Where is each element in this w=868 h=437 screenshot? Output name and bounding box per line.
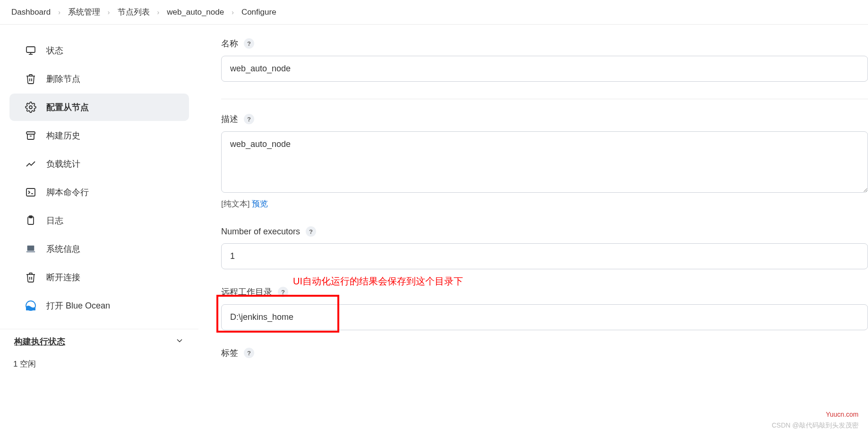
sidebar-item-label: 配置从节点 bbox=[46, 102, 89, 113]
archive-icon bbox=[25, 129, 37, 142]
svg-point-3 bbox=[29, 106, 32, 109]
breadcrumb-item[interactable]: web_auto_node bbox=[167, 8, 224, 17]
sidebar-item-configure[interactable]: 配置从节点 bbox=[9, 94, 189, 121]
monitor-icon bbox=[25, 44, 37, 57]
build-executor-title: 构建执行状态 bbox=[14, 336, 65, 347]
trash-icon bbox=[25, 73, 37, 85]
preview-link[interactable]: 预览 bbox=[252, 199, 268, 208]
watermark-site: Yuucn.com bbox=[772, 409, 859, 413]
name-label: 名称 bbox=[221, 38, 238, 49]
help-icon[interactable]: ? bbox=[244, 38, 254, 49]
main-content: 名称 ? 描述 ? [纯文本] 预览 Number of executors ?… bbox=[198, 25, 868, 413]
watermarks: Yuucn.com CSDN @敲代码敲到头发茂密 bbox=[772, 409, 859, 413]
chevron-right-icon: › bbox=[108, 9, 110, 16]
svg-rect-11 bbox=[26, 251, 35, 253]
breadcrumb-item[interactable]: Dashboard bbox=[11, 8, 51, 17]
sidebar-item-label: 日志 bbox=[46, 215, 63, 226]
sidebar-item-system-info[interactable]: 系统信息 bbox=[9, 235, 189, 263]
sidebar-item-load-stats[interactable]: 负载统计 bbox=[9, 150, 189, 178]
sidebar-item-disconnect[interactable]: 断开连接 bbox=[9, 264, 189, 291]
computer-icon bbox=[25, 243, 37, 255]
sidebar-item-script-console[interactable]: 脚本命令行 bbox=[9, 179, 189, 206]
sidebar-item-label: 打开 Blue Ocean bbox=[46, 300, 110, 311]
chevron-down-icon bbox=[175, 336, 184, 347]
svg-rect-10 bbox=[27, 246, 34, 251]
svg-rect-6 bbox=[26, 189, 35, 196]
terminal-icon bbox=[25, 186, 37, 198]
sidebar-item-build-history[interactable]: 构建历史 bbox=[9, 122, 189, 149]
name-input[interactable] bbox=[221, 56, 868, 82]
activity-icon bbox=[25, 158, 37, 170]
sidebar-item-label: 系统信息 bbox=[46, 243, 80, 255]
sidebar-item-label: 删除节点 bbox=[46, 73, 80, 85]
annotation-text: UI自动化运行的结果会保存到这个目录下 bbox=[293, 275, 463, 288]
sidebar-item-label: 状态 bbox=[46, 45, 63, 56]
form-row-tags: 标签 ? bbox=[221, 347, 868, 359]
executors-label: Number of executors bbox=[221, 227, 300, 237]
sidebar-item-delete-node[interactable]: 删除节点 bbox=[9, 65, 189, 93]
executors-input[interactable] bbox=[221, 243, 868, 269]
tags-label: 标签 bbox=[221, 347, 238, 359]
form-row-name: 名称 ? bbox=[221, 38, 868, 82]
build-executor-toggle[interactable]: 构建执行状态 bbox=[0, 329, 198, 354]
description-format-plain: [纯文本] bbox=[221, 199, 252, 208]
breadcrumb: Dashboard › 系统管理 › 节点列表 › web_auto_node … bbox=[0, 0, 868, 25]
divider bbox=[221, 99, 868, 99]
sidebar-item-label: 负载统计 bbox=[46, 158, 80, 170]
clipboard-icon bbox=[25, 214, 37, 227]
blue-ocean-icon bbox=[25, 300, 37, 312]
sidebar-item-label: 构建历史 bbox=[46, 130, 80, 141]
remote-dir-input[interactable] bbox=[221, 304, 868, 330]
description-label: 描述 bbox=[221, 113, 238, 125]
gear-icon bbox=[25, 101, 37, 113]
sidebar-item-log[interactable]: 日志 bbox=[9, 207, 189, 234]
sidebar-item-status[interactable]: 状态 bbox=[9, 37, 189, 64]
chevron-right-icon: › bbox=[58, 9, 60, 16]
form-row-description: 描述 ? [纯文本] 预览 bbox=[221, 113, 868, 209]
breadcrumb-item[interactable]: 节点列表 bbox=[118, 7, 150, 17]
help-icon[interactable]: ? bbox=[244, 114, 254, 124]
description-textarea[interactable] bbox=[221, 131, 868, 193]
help-icon[interactable]: ? bbox=[244, 348, 254, 358]
breadcrumb-item[interactable]: Configure bbox=[241, 8, 276, 17]
sidebar: 状态 删除节点 配置从节点 构建历史 负载统计 bbox=[0, 25, 198, 413]
breadcrumb-item[interactable]: 系统管理 bbox=[68, 7, 100, 17]
help-icon[interactable]: ? bbox=[278, 287, 288, 297]
svg-rect-0 bbox=[26, 47, 35, 52]
executor-status-idle: 1 空闲 bbox=[0, 354, 198, 374]
form-row-executors: Number of executors ? bbox=[221, 226, 868, 269]
sidebar-item-blue-ocean[interactable]: 打开 Blue Ocean bbox=[9, 292, 189, 319]
sidebar-item-label: 断开连接 bbox=[46, 272, 80, 283]
chevron-right-icon: › bbox=[232, 9, 234, 16]
sidebar-item-label: 脚本命令行 bbox=[46, 187, 89, 198]
svg-rect-4 bbox=[26, 132, 35, 134]
trash-icon bbox=[25, 271, 37, 283]
help-icon[interactable]: ? bbox=[306, 226, 316, 237]
remote-dir-label: 远程工作目录 bbox=[221, 286, 272, 298]
form-row-remote-dir: 远程工作目录 ? bbox=[221, 286, 868, 330]
chevron-right-icon: › bbox=[157, 9, 160, 16]
